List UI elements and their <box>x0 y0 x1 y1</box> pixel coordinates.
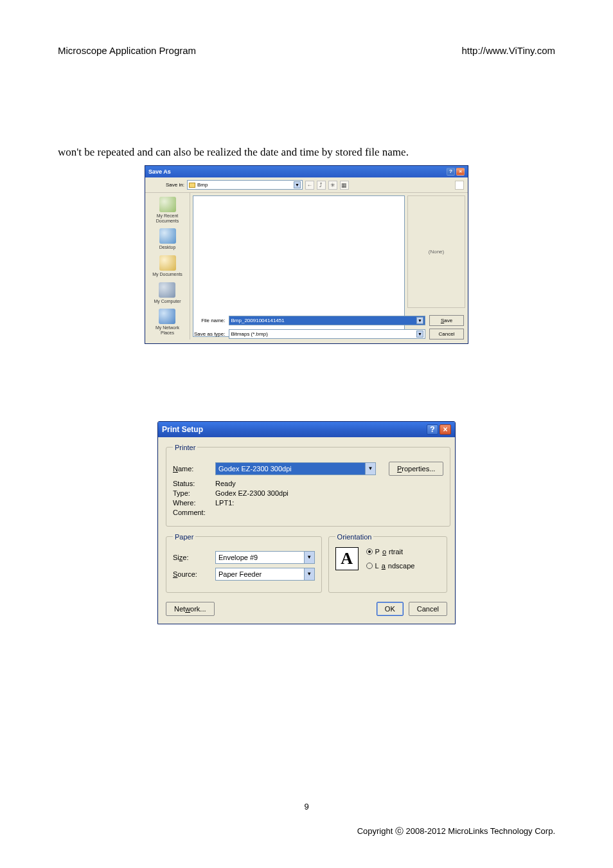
recent-docs-icon <box>159 197 176 212</box>
orientation-preview-icon: A <box>335 547 359 570</box>
saveas-titlebar: Save As ? × <box>145 166 468 177</box>
back-icon[interactable]: ← <box>305 181 314 190</box>
status-value: Ready <box>215 480 236 487</box>
radio-on-icon <box>366 548 373 555</box>
up-icon[interactable]: ⤴ <box>317 181 326 190</box>
chevron-down-icon[interactable]: ▼ <box>365 463 375 475</box>
save-button[interactable]: Save <box>429 315 464 326</box>
portrait-radio[interactable]: Portrait <box>366 548 415 556</box>
orientation-fieldset: Orientation A Portrait Landscape <box>328 533 447 593</box>
page-number: 9 <box>0 802 613 811</box>
source-label: Source: <box>173 570 209 578</box>
body-text: won't be repeated and can also be realiz… <box>58 146 555 159</box>
type-value: Godex EZ-2300 300dpi <box>215 489 289 497</box>
filename-input[interactable]: Bmp_20091004141451 ▼ <box>229 316 425 325</box>
saveastype-combo[interactable]: Bitmaps (*.bmp) ▼ <box>229 329 425 339</box>
landscape-radio[interactable]: Landscape <box>366 562 415 570</box>
place-mydocs[interactable]: My Documents <box>152 255 182 277</box>
printer-legend: Printer <box>173 444 197 451</box>
header-left: Microscope Application Program <box>58 45 196 56</box>
printsetup-title: Print Setup <box>162 425 203 434</box>
size-label: Size: <box>173 554 209 561</box>
close-icon[interactable]: × <box>440 424 451 435</box>
print-setup-dialog: Print Setup ? × Printer Name: Godex EZ-2… <box>157 421 456 624</box>
saveastype-label: Save as type: <box>194 331 225 337</box>
type-label: Type: <box>173 489 209 497</box>
cancel-button[interactable]: Cancel <box>409 602 447 616</box>
printer-name-combo[interactable]: Godex EZ-2300 300dpi ▼ <box>215 462 376 475</box>
name-label: Name: <box>173 465 209 473</box>
savein-value: Bmp <box>197 182 208 188</box>
folder-icon <box>189 183 195 188</box>
where-label: Where: <box>173 499 209 507</box>
chevron-down-icon[interactable]: ▼ <box>294 181 301 188</box>
help-icon[interactable]: ? <box>447 168 455 176</box>
chevron-down-icon[interactable]: ▼ <box>304 568 314 580</box>
new-folder-icon[interactable]: ✳ <box>328 181 337 190</box>
preview-pane: (None) <box>407 195 465 308</box>
properties-button[interactable]: Properties... <box>389 462 443 476</box>
close-icon[interactable]: × <box>456 168 465 176</box>
help-icon[interactable]: ? <box>427 424 438 435</box>
chevron-down-icon[interactable]: ▼ <box>304 552 314 563</box>
where-value: LPT1: <box>215 499 234 507</box>
my-documents-icon <box>159 255 176 271</box>
copyright: Copyright ⓒ 2008-2012 MicroLinks Technol… <box>357 826 555 837</box>
my-computer-icon <box>159 282 175 298</box>
savein-combo[interactable]: Bmp ▼ <box>187 180 303 190</box>
views-icon[interactable]: ▦ <box>340 181 349 190</box>
place-recent[interactable]: My Recent Documents <box>156 197 179 223</box>
filename-label: File name: <box>194 318 225 323</box>
comment-label: Comment: <box>173 509 209 516</box>
paper-source-combo[interactable]: Paper Feeder ▼ <box>215 568 315 581</box>
paper-fieldset: Paper Size: Envelope #9 ▼ Source: Paper … <box>166 533 322 593</box>
header-right: http://www.ViTiny.com <box>461 45 555 56</box>
desktop-icon <box>159 228 176 244</box>
printsetup-titlebar: Print Setup ? × <box>158 422 455 437</box>
place-mycomp[interactable]: My Computer <box>154 282 181 304</box>
chevron-down-icon[interactable]: ▼ <box>416 317 423 324</box>
network-button[interactable]: Network... <box>166 602 215 616</box>
status-label: Status: <box>173 480 209 487</box>
radio-off-icon <box>366 563 373 569</box>
savein-label: Save in: <box>166 182 184 188</box>
picture-preview-icon[interactable] <box>455 181 464 190</box>
place-desktop[interactable]: Desktop <box>159 228 176 250</box>
save-as-dialog: Save As ? × Save in: Bmp ▼ ← ⤴ ✳ ▦ <box>145 165 468 344</box>
ok-button[interactable]: OK <box>377 602 404 616</box>
cancel-button[interactable]: Cancel <box>429 329 464 339</box>
paper-size-combo[interactable]: Envelope #9 ▼ <box>215 551 315 564</box>
printer-fieldset: Printer Name: Godex EZ-2300 300dpi ▼ Pro… <box>166 444 450 527</box>
chevron-down-icon[interactable]: ▼ <box>416 330 423 338</box>
paper-legend: Paper <box>173 533 195 541</box>
orientation-legend: Orientation <box>335 533 374 541</box>
saveas-title: Save As <box>148 168 171 175</box>
